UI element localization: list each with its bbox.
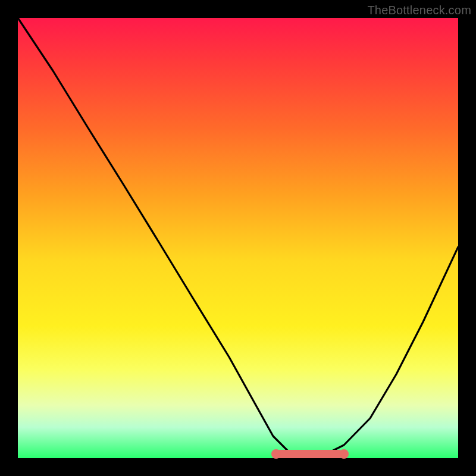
valley-marker-dot-right (339, 449, 349, 459)
valley-marker-dot-left (271, 449, 281, 459)
chart-container: TheBottleneck.com (0, 0, 476, 476)
plot-area (18, 18, 458, 458)
valley-marker-band (275, 450, 343, 458)
watermark-text: TheBottleneck.com (367, 4, 471, 17)
